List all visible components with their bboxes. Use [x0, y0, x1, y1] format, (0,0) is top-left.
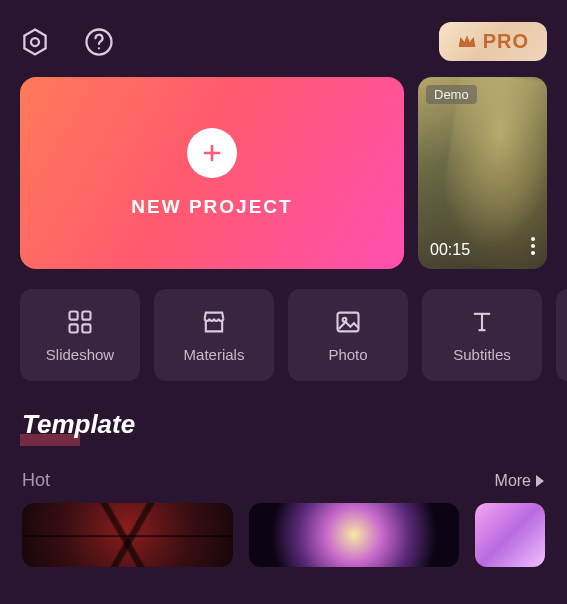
tool-label: Photo — [328, 346, 367, 363]
more-vert-icon[interactable] — [527, 233, 539, 259]
photo-icon — [334, 308, 362, 336]
tools-row: Slideshow Materials Photo Subtitles — [0, 289, 567, 409]
pro-label: PRO — [483, 30, 529, 53]
svg-marker-0 — [24, 29, 45, 54]
tool-more[interactable] — [556, 289, 567, 381]
tool-subtitles[interactable]: Subtitles — [422, 289, 542, 381]
templates-subhead: Hot — [22, 470, 50, 491]
template-card[interactable] — [475, 503, 545, 567]
tool-label: Slideshow — [46, 346, 114, 363]
svg-rect-10 — [338, 312, 359, 331]
section-title: Template — [22, 409, 135, 440]
svg-rect-6 — [70, 311, 78, 319]
demo-duration: 00:15 — [430, 241, 470, 259]
template-card[interactable] — [249, 503, 460, 567]
tool-photo[interactable]: Photo — [288, 289, 408, 381]
svg-point-1 — [31, 38, 39, 46]
svg-rect-9 — [82, 324, 90, 332]
pro-badge[interactable]: PRO — [439, 22, 547, 61]
store-icon — [200, 308, 228, 336]
grid-icon — [66, 308, 94, 336]
demo-tag: Demo — [426, 85, 477, 104]
templates-section: Template Hot More — [0, 409, 567, 567]
tool-label: Materials — [184, 346, 245, 363]
tool-label: Subtitles — [453, 346, 511, 363]
svg-marker-15 — [536, 475, 544, 487]
text-icon — [468, 308, 496, 336]
new-project-button[interactable]: NEW PROJECT — [20, 77, 404, 269]
more-button[interactable]: More — [495, 472, 545, 490]
templates-row — [22, 503, 545, 567]
svg-rect-7 — [82, 311, 90, 319]
tool-materials[interactable]: Materials — [154, 289, 274, 381]
svg-rect-8 — [70, 324, 78, 332]
settings-icon[interactable] — [20, 27, 50, 57]
help-icon[interactable] — [84, 27, 114, 57]
tool-slideshow[interactable]: Slideshow — [20, 289, 140, 381]
svg-point-3 — [98, 47, 100, 49]
demo-project-card[interactable]: Demo 00:15 — [418, 77, 547, 269]
plus-icon — [187, 128, 237, 178]
chevron-right-icon — [535, 475, 545, 487]
more-label: More — [495, 472, 531, 490]
templates-header-row: Hot More — [22, 470, 545, 491]
new-project-label: NEW PROJECT — [131, 196, 292, 218]
template-card[interactable] — [22, 503, 233, 567]
hero-row: NEW PROJECT Demo 00:15 — [0, 77, 567, 289]
crown-icon — [457, 33, 477, 51]
top-bar: PRO — [0, 0, 567, 77]
